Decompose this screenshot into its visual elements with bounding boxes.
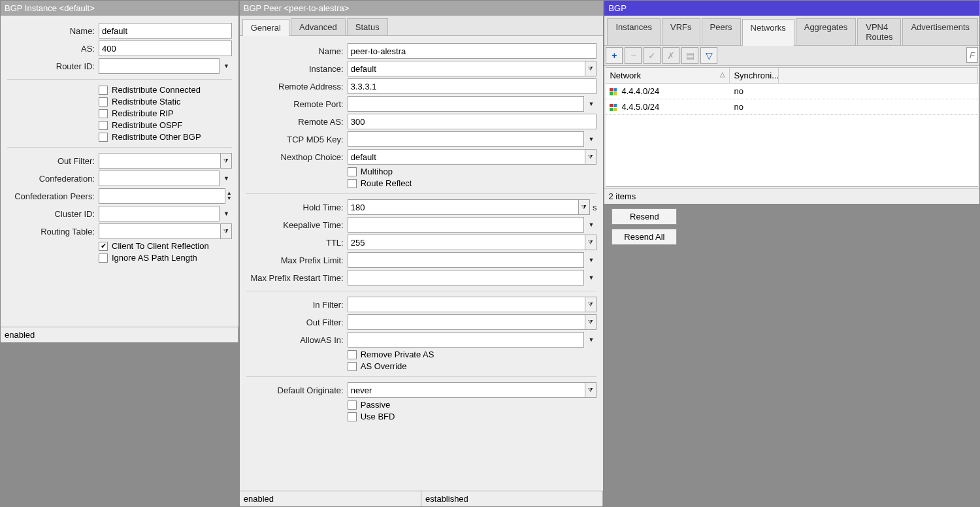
passive-checkbox[interactable]: Passive: [348, 400, 597, 410]
tab-vrfs[interactable]: VRFs: [662, 18, 700, 45]
label-peer-instance: Instance:: [246, 64, 348, 74]
in-filter-combo[interactable]: [348, 297, 585, 312]
dropdown-icon[interactable]: ⧩: [585, 382, 596, 398]
dropdown-icon[interactable]: ⧩: [585, 235, 596, 250]
column-header-network[interactable]: Network △: [606, 68, 730, 83]
remove-button[interactable]: −: [625, 47, 642, 64]
instance-routerid-input[interactable]: [99, 58, 220, 74]
keepalive-time-input[interactable]: [348, 217, 585, 233]
ignore-as-path-length-checkbox[interactable]: Ignore AS Path Length: [99, 253, 232, 263]
add-button[interactable]: +: [606, 47, 623, 64]
instance-confederation-input[interactable]: [99, 171, 220, 186]
out-filter-combo[interactable]: [348, 314, 585, 330]
remove-private-as-checkbox[interactable]: Remove Private AS: [348, 350, 597, 359]
cell-sync: no: [730, 85, 779, 97]
hold-time-input[interactable]: [348, 199, 579, 215]
dropdown-icon[interactable]: ⧩: [221, 153, 232, 169]
network-icon: [610, 88, 617, 96]
tab-networks[interactable]: Networks: [742, 19, 794, 46]
label-peer-name: Name:: [246, 46, 348, 56]
route-reflect-checkbox[interactable]: Route Reflect: [348, 178, 597, 188]
as-override-checkbox[interactable]: AS Override: [348, 361, 597, 371]
sort-asc-icon: △: [720, 71, 725, 78]
tab-advertisements[interactable]: Advertisements: [902, 18, 978, 45]
resend-button[interactable]: Resend: [612, 208, 677, 225]
nexthop-choice-combo[interactable]: [348, 149, 585, 165]
window-title-instance: BGP Instance <default>: [1, 1, 238, 16]
dropdown-icon[interactable]: ▼: [221, 58, 231, 74]
client-to-client-reflection-checkbox[interactable]: ✔Client To Client Reflection: [99, 241, 232, 251]
label-keepalive: Keepalive Time:: [246, 220, 348, 230]
allowas-in-input[interactable]: [348, 332, 585, 348]
tab-status[interactable]: Status: [347, 18, 388, 35]
spinner-down-icon[interactable]: ▼: [227, 196, 232, 201]
resend-all-button[interactable]: Resend All: [612, 229, 677, 245]
cell-sync: no: [730, 101, 779, 113]
dropdown-icon[interactable]: ▼: [585, 252, 596, 268]
dropdown-icon[interactable]: ⧩: [221, 223, 232, 239]
redistribute-connected-checkbox[interactable]: Redistribute Connected: [99, 85, 232, 95]
multihop-checkbox[interactable]: Multihop: [348, 167, 597, 176]
dropdown-icon[interactable]: ▼: [585, 270, 596, 286]
label-out-filter: Out Filter:: [246, 318, 348, 327]
dropdown-icon[interactable]: ⧩: [585, 314, 596, 330]
default-originate-combo[interactable]: [348, 382, 585, 398]
dropdown-icon[interactable]: ⧩: [585, 149, 596, 165]
dropdown-icon[interactable]: ⧩: [585, 61, 596, 76]
instance-confederation-peers-input[interactable]: [99, 188, 225, 204]
cell-network: 4.4.5.0/24: [621, 102, 659, 112]
label-name: Name:: [7, 26, 99, 36]
tab-aggregates[interactable]: Aggregates: [796, 18, 857, 45]
remote-address-input[interactable]: [348, 78, 597, 94]
instance-as-input[interactable]: [99, 41, 232, 56]
table-row[interactable]: 4.4.4.0/24 no: [606, 84, 978, 99]
tcp-md5-key-input[interactable]: [348, 131, 585, 147]
ttl-input[interactable]: [348, 235, 585, 250]
dropdown-icon[interactable]: ▼: [585, 332, 596, 348]
instance-outfilter-combo[interactable]: [99, 153, 221, 169]
comment-button[interactable]: ▤: [681, 47, 698, 64]
peer-status-enabled: enabled: [240, 491, 421, 506]
redistribute-ospf-checkbox[interactable]: Redistribute OSPF: [99, 120, 232, 130]
redistribute-other-bgp-checkbox[interactable]: Redistribute Other BGP: [99, 132, 232, 142]
dropdown-icon[interactable]: ⧩: [585, 297, 596, 312]
tab-vpn4-routes[interactable]: VPN4 Routes: [857, 18, 901, 45]
peer-instance-combo[interactable]: [348, 61, 585, 76]
filter-button[interactable]: ▽: [700, 47, 717, 64]
window-title-bgp: BGP: [604, 1, 979, 16]
table-row[interactable]: 4.4.5.0/24 no: [606, 99, 978, 115]
max-prefix-limit-input[interactable]: [348, 252, 585, 268]
dropdown-icon[interactable]: ▼: [585, 131, 596, 147]
instance-clusterid-input[interactable]: [99, 206, 220, 221]
instance-name-input[interactable]: [99, 23, 232, 39]
instance-routingtable-combo[interactable]: [99, 223, 221, 239]
dropdown-icon[interactable]: ▼: [585, 96, 596, 112]
instance-status-enabled: enabled: [1, 327, 238, 342]
tab-peers[interactable]: Peers: [702, 18, 741, 45]
dropdown-icon[interactable]: ⧩: [579, 199, 590, 215]
peer-status-established: established: [421, 491, 603, 506]
label-as: AS:: [7, 44, 99, 54]
dropdown-icon[interactable]: ▼: [585, 217, 596, 233]
dropdown-icon[interactable]: ▼: [221, 171, 231, 186]
column-header-synchronize[interactable]: Synchroni...: [730, 68, 779, 83]
dropdown-icon[interactable]: ▼: [221, 206, 231, 221]
use-bfd-checkbox[interactable]: Use BFD: [348, 412, 597, 421]
find-input-stub[interactable]: F: [966, 47, 978, 63]
disable-button[interactable]: ✗: [662, 47, 679, 64]
tab-instances[interactable]: Instances: [607, 18, 661, 45]
remote-as-input[interactable]: [348, 114, 597, 129]
max-prefix-restart-time-input[interactable]: [348, 270, 585, 286]
cell-network: 4.4.4.0/24: [621, 86, 659, 96]
remote-port-input[interactable]: [348, 96, 585, 112]
peer-name-input[interactable]: [348, 43, 597, 59]
tab-advanced[interactable]: Advanced: [291, 18, 346, 35]
redistribute-rip-checkbox[interactable]: Redistribute RIP: [99, 108, 232, 118]
tab-general[interactable]: General: [242, 19, 289, 36]
enable-button[interactable]: ✓: [644, 47, 661, 64]
label-max-prefix-restart: Max Prefix Restart Time:: [246, 273, 348, 283]
label-in-filter: In Filter:: [246, 300, 348, 310]
item-count: 2 items: [604, 188, 979, 204]
label-outfilter: Out Filter:: [7, 156, 99, 166]
redistribute-static-checkbox[interactable]: Redistribute Static: [99, 97, 232, 106]
